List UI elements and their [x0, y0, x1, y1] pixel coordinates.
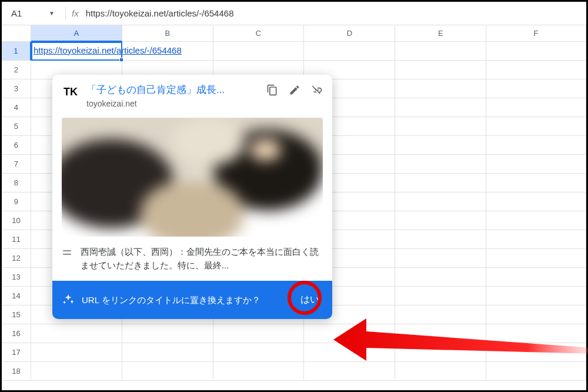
cell[interactable] — [395, 79, 486, 98]
row-header[interactable]: 1 — [2, 42, 31, 61]
cell[interactable] — [395, 343, 486, 362]
cell[interactable] — [486, 98, 586, 117]
row-header[interactable]: 18 — [2, 362, 31, 381]
cell[interactable] — [122, 362, 213, 381]
cell[interactable] — [486, 230, 586, 249]
link-description: 西岡壱誠（以下、西岡）：金間先生のご本を本当に面白く読ませていただきました。特に… — [81, 245, 323, 273]
row-header[interactable]: 2 — [2, 61, 31, 79]
row-header[interactable]: 10 — [2, 211, 31, 230]
cell[interactable] — [486, 61, 586, 79]
sparkle-icon — [62, 293, 75, 306]
cell[interactable] — [122, 343, 213, 362]
column-headers: A B C D E F — [2, 25, 586, 42]
cell[interactable] — [486, 192, 586, 211]
cell[interactable] — [31, 362, 122, 381]
cell[interactable] — [395, 61, 486, 79]
cell[interactable] — [486, 174, 586, 192]
cell[interactable] — [31, 343, 122, 362]
row-header[interactable]: 7 — [2, 155, 31, 174]
column-header-E[interactable]: E — [395, 25, 486, 42]
name-box-dropdown-icon[interactable]: ▼ — [49, 10, 55, 16]
cell[interactable] — [31, 324, 122, 343]
preview-thumbnail[interactable] — [62, 118, 323, 237]
cell[interactable] — [213, 324, 305, 343]
cell[interactable] — [395, 211, 486, 230]
cell[interactable] — [486, 287, 586, 305]
yes-button[interactable]: はい — [297, 289, 323, 311]
row-header[interactable]: 8 — [2, 174, 31, 192]
column-header-A[interactable]: A — [31, 25, 122, 42]
copy-link-icon[interactable] — [266, 84, 278, 96]
cell[interactable] — [486, 211, 586, 230]
cell[interactable] — [395, 324, 486, 343]
cell-A1-link[interactable]: https://toyokeizai.net/articles/-/654468 — [34, 45, 182, 55]
cell[interactable] — [486, 155, 586, 174]
formula-bar: A1 ▼ fx https://toyokeizai.net/articles/… — [2, 2, 586, 25]
row-header[interactable]: 11 — [2, 230, 31, 249]
prompt-text: URL をリンクのタイトルに置き換えますか？ — [82, 294, 290, 306]
cell[interactable] — [395, 136, 486, 155]
grid-row: 16 — [2, 324, 586, 343]
cell[interactable] — [486, 362, 586, 381]
row-header[interactable]: 13 — [2, 268, 31, 287]
cell[interactable] — [395, 362, 486, 381]
row-header[interactable]: 15 — [2, 305, 31, 324]
cell[interactable] — [486, 268, 586, 287]
cell[interactable] — [486, 42, 586, 61]
row-header[interactable]: 6 — [2, 136, 31, 155]
grid-row: 18 — [2, 362, 586, 381]
cell[interactable] — [213, 343, 305, 362]
cell[interactable] — [304, 42, 395, 61]
row-header[interactable]: 4 — [2, 98, 31, 117]
row-header[interactable]: 14 — [2, 287, 31, 305]
site-logo: TK — [62, 83, 79, 101]
select-all-corner[interactable] — [2, 25, 31, 42]
cell[interactable] — [304, 343, 395, 362]
card-description-row: 西岡壱誠（以下、西岡）：金間先生のご本を本当に面白く読ませていただきました。特に… — [52, 242, 332, 281]
column-header-F[interactable]: F — [486, 25, 586, 42]
fx-icon: fx — [72, 8, 79, 18]
edit-link-icon[interactable] — [289, 84, 300, 96]
row-header[interactable]: 16 — [2, 324, 31, 343]
cell[interactable] — [395, 230, 486, 249]
cell[interactable] — [486, 305, 586, 324]
cell[interactable] — [486, 117, 586, 136]
row-header[interactable]: 17 — [2, 343, 31, 362]
cell[interactable] — [395, 268, 486, 287]
cell[interactable] — [395, 174, 486, 192]
link-title[interactable]: 「子どもの自己肯定感」成長... — [86, 83, 259, 97]
cell[interactable] — [395, 117, 486, 136]
cell[interactable] — [213, 42, 305, 61]
row-header[interactable]: 3 — [2, 79, 31, 98]
link-domain: toyokeizai.net — [86, 99, 259, 108]
column-header-B[interactable]: B — [122, 25, 213, 42]
cell[interactable] — [395, 155, 486, 174]
unlink-icon[interactable] — [311, 84, 323, 96]
cell[interactable] — [213, 362, 305, 381]
cell[interactable] — [486, 79, 586, 98]
cell-reference: A1 — [11, 8, 22, 18]
formula-input[interactable]: https://toyokeizai.net/articles/-/654468 — [86, 8, 582, 18]
column-header-C[interactable]: C — [213, 25, 305, 42]
card-actions — [266, 83, 323, 96]
cell[interactable] — [395, 249, 486, 268]
name-box[interactable]: A1 ▼ — [6, 2, 59, 25]
column-header-D[interactable]: D — [304, 25, 395, 42]
row-header[interactable]: 9 — [2, 192, 31, 211]
cell[interactable] — [395, 305, 486, 324]
cell[interactable] — [486, 324, 586, 343]
cell[interactable] — [486, 249, 586, 268]
row-header[interactable]: 12 — [2, 249, 31, 268]
cell[interactable] — [486, 136, 586, 155]
cell[interactable] — [122, 324, 213, 343]
row-header[interactable]: 5 — [2, 117, 31, 136]
cell[interactable] — [395, 287, 486, 305]
cell[interactable] — [395, 98, 486, 117]
cell[interactable] — [395, 42, 486, 61]
cell[interactable] — [304, 362, 395, 381]
cell[interactable] — [304, 324, 395, 343]
yes-button-label: はい — [300, 294, 319, 304]
description-icon — [62, 245, 72, 261]
cell[interactable] — [486, 343, 586, 362]
cell[interactable] — [395, 192, 486, 211]
